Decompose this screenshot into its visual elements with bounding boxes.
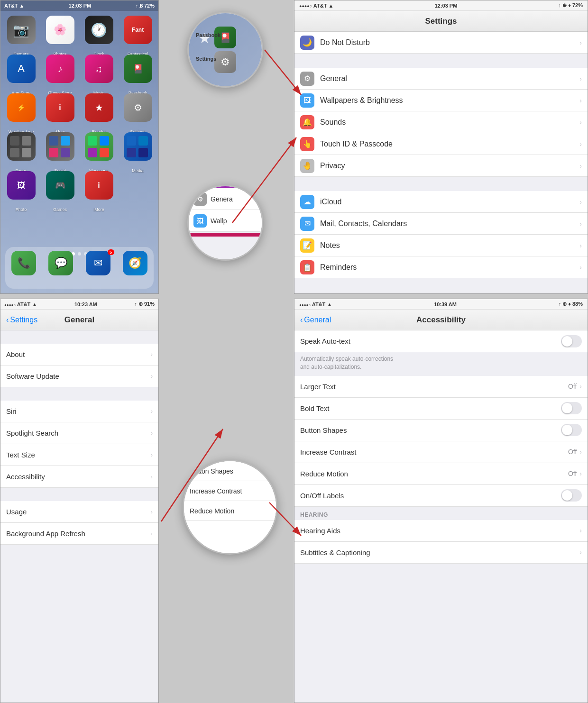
general-row-spotlight[interactable]: Spotlight Search ›: [0, 422, 158, 444]
app-games[interactable]: 🎮 Games: [43, 171, 77, 205]
speak-auto-text-toggle[interactable]: [561, 335, 582, 347]
on-off-labels-toggle[interactable]: [561, 489, 582, 502]
general-sep-3: [0, 545, 158, 558]
safari-dock-icon: 🧭: [123, 251, 147, 275]
touch-id-chevron: ›: [579, 140, 582, 148]
settings-row-touch-id[interactable]: 👆 Touch ID & Passcode ›: [294, 133, 588, 155]
icloud-icon: ☁: [300, 195, 314, 209]
general-row-accessibility[interactable]: Accessibility ›: [0, 466, 158, 488]
accessibility-row-subtitles[interactable]: Subtitles & Captioning ›: [294, 542, 588, 564]
app-photos[interactable]: 🌸 Photos: [43, 16, 77, 50]
settings-row-icloud[interactable]: ☁ iCloud ›: [294, 191, 588, 213]
general-row-software-update[interactable]: Software Update ›: [0, 365, 158, 387]
app-imore[interactable]: i iMore: [43, 93, 77, 128]
passbook-icon: 🎴: [124, 55, 152, 83]
accessibility-carrier: ●●●●○ AT&T ▲: [299, 301, 332, 307]
app-fantastical[interactable]: Fant Fantastical: [121, 16, 155, 50]
settings-battery-area: ↑ ⊕ ♦ 72%: [559, 2, 583, 9]
settings-screen: ●●●●○ AT&T ▲ 12:03 PM ↑ ⊕ ♦ 72% Settings…: [294, 0, 588, 294]
accessibility-row-increase-contrast[interactable]: Increase Contrast Off ›: [294, 441, 588, 463]
settings-nav-bar: Settings: [294, 11, 588, 32]
mail-chevron: ›: [579, 220, 582, 228]
app-weatherline[interactable]: ⚡ Weather Line: [4, 93, 38, 128]
general-settings-label: General: [320, 74, 579, 83]
do-not-disturb-icon: 🌙: [300, 36, 314, 50]
dock-phone[interactable]: 📞: [7, 251, 41, 285]
faves-icon: [7, 132, 36, 161]
clock-icon: 🕐: [85, 16, 113, 44]
settings-row-reminders[interactable]: 📋 Reminders ›: [294, 256, 588, 278]
general-back-button[interactable]: ‹ Settings: [6, 316, 37, 324]
accessibility-row-larger-text[interactable]: Larger Text Off ›: [294, 376, 588, 398]
accessibility-row-hearing-aids[interactable]: Hearing Aids ›: [294, 520, 588, 542]
app-passbook[interactable]: 🎴 Passbook: [121, 55, 155, 89]
settings-carrier: ●●●●○ AT&T ▲: [299, 3, 333, 9]
app-photo[interactable]: 🖼 Photo: [4, 171, 38, 205]
mail-label: Mail, Contacts, Calendars: [320, 219, 579, 228]
general-row-siri[interactable]: Siri ›: [0, 401, 158, 422]
touch-id-icon: 👆: [300, 137, 314, 151]
siri-label: Siri: [6, 407, 151, 415]
accessibility-row-on-off-labels[interactable]: On/Off Labels: [294, 485, 588, 507]
general-row-about[interactable]: About ›: [0, 344, 158, 365]
accessibility-row-button-shapes[interactable]: Button Shapes: [294, 420, 588, 441]
larger-text-chevron: ›: [579, 383, 582, 390]
app-clock[interactable]: 🕐 Clock: [82, 16, 116, 50]
accessibility-battery: ↑ ⊕ ♦ 88%: [559, 301, 583, 307]
accessibility-row-speak-auto-text[interactable]: Speak Auto-text: [294, 330, 588, 352]
app-reeder[interactable]: ★ Reeder: [82, 93, 116, 128]
wifi-icon-settings: ▲: [328, 3, 333, 9]
dock-messages[interactable]: 💬: [44, 251, 78, 285]
app-faves[interactable]: Faves: [4, 132, 38, 166]
settings-row-general[interactable]: ⚙ General ›: [294, 68, 588, 90]
reminders-chevron: ›: [579, 264, 582, 271]
app-camera[interactable]: 📷 Camera: [4, 16, 38, 50]
app-games-label: Games: [44, 207, 77, 212]
general-row-background-refresh[interactable]: Background App Refresh ›: [0, 523, 158, 545]
app-appstore[interactable]: A App Store: [4, 55, 38, 89]
general-sep-2: [0, 488, 158, 501]
on-off-labels-label: On/Off Labels: [300, 492, 561, 500]
settings-row-privacy[interactable]: 🤚 Privacy ›: [294, 155, 588, 177]
app-media[interactable]: Media: [121, 132, 155, 166]
bold-text-toggle[interactable]: [561, 402, 582, 414]
camera-icon: 📷: [7, 16, 36, 44]
general-row-usage[interactable]: Usage ›: [0, 501, 158, 523]
imore2-icon: i: [85, 171, 113, 200]
button-shapes-label: Button Shapes: [300, 426, 561, 434]
app-settings[interactable]: ⚙ Settings: [121, 93, 155, 128]
about-chevron: ›: [151, 351, 153, 358]
button-shapes-knob: [562, 425, 572, 435]
accessibility-screen: ●●●●○ AT&T ▲ 10:39 AM ↑ ⊕ ♦ 88% ‹ Genera…: [294, 299, 588, 703]
hearing-aids-label: Hearing Aids: [300, 527, 579, 535]
app-music[interactable]: ♫ Music: [82, 55, 116, 89]
dock-safari[interactable]: 🧭: [118, 251, 152, 285]
dock-mailbox[interactable]: ✉ 5: [81, 251, 115, 285]
settings-row-sounds[interactable]: 🔔 Sounds ›: [294, 111, 588, 133]
reduce-motion-chevron: ›: [579, 470, 582, 477]
accessibility-row-bold-text[interactable]: Bold Text: [294, 398, 588, 420]
accessibility-back-button[interactable]: ‹ General: [300, 316, 331, 324]
sounds-label: Sounds: [320, 118, 579, 127]
messages-grid-icon: [85, 132, 113, 161]
settings-row-wallpapers[interactable]: 🖼 Wallpapers & Brightness ›: [294, 90, 588, 111]
carrier-label: AT&T: [4, 3, 18, 9]
settings-row-notes[interactable]: 📝 Notes ›: [294, 235, 588, 256]
general-row-text-size[interactable]: Text Size ›: [0, 444, 158, 466]
accessibility-row-reduce-motion[interactable]: Reduce Motion Off ›: [294, 463, 588, 485]
dock: 📞 💬 ✉ 5 🧭: [5, 247, 154, 289]
app-social[interactable]: Social: [43, 132, 77, 166]
fantastical-icon: Fant: [124, 16, 152, 44]
app-messages-app[interactable]: Messages: [82, 132, 116, 166]
button-shapes-toggle[interactable]: [561, 424, 582, 436]
general-battery: ↑ ⊕ 91%: [134, 301, 155, 307]
messages-dock-icon: 💬: [48, 251, 73, 275]
general-status-bar: ●●●●○ AT&T ▲ 10:23 AM ↑ ⊕ 91%: [0, 299, 158, 310]
app-itunes[interactable]: ♪ iTunes Store: [43, 55, 77, 89]
larger-text-label: Larger Text: [300, 383, 568, 391]
settings-row-do-not-disturb[interactable]: 🌙 Do Not Disturb ›: [294, 32, 588, 54]
music-icon: ♫: [85, 55, 113, 83]
general-sep-top: [0, 330, 158, 344]
settings-row-mail[interactable]: ✉ Mail, Contacts, Calendars ›: [294, 213, 588, 235]
app-imore2[interactable]: i iMore: [82, 171, 116, 205]
